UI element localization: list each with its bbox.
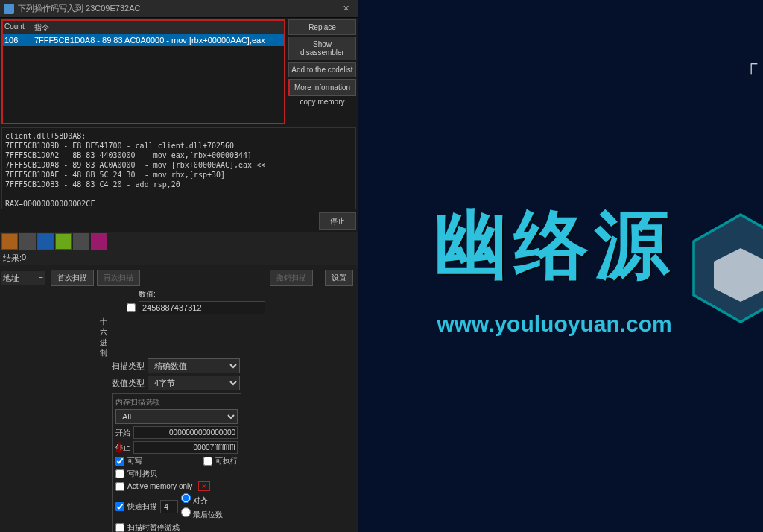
- executable-checkbox[interactable]: [203, 457, 212, 466]
- window-title: 下列操作码写入到 23C09E732AC: [18, 3, 338, 14]
- opcode-instr: 7FFF5CB1D0A8 - 89 83 AC0A0000 - mov [rbx…: [34, 36, 265, 45]
- replace-button[interactable]: Replace: [288, 19, 356, 35]
- app-icon: [4, 4, 14, 14]
- value-type-label: 数值类型: [112, 378, 145, 389]
- add-codelist-button[interactable]: Add to the codelist: [288, 62, 356, 77]
- help-icon[interactable]: [73, 233, 89, 250]
- about-icon[interactable]: [91, 233, 107, 250]
- process-icon[interactable]: [37, 233, 54, 250]
- brand-logo: [674, 201, 763, 335]
- col-instr: 指令: [34, 22, 49, 33]
- cow-label: 写时拷贝: [127, 469, 157, 479]
- fast-scan-value[interactable]: [160, 500, 178, 513]
- corner-bracket: 「: [738, 60, 759, 88]
- value-header-label: 数值:: [139, 289, 353, 300]
- first-scan-button[interactable]: 首次扫描: [51, 270, 94, 286]
- close-icon[interactable]: ✕: [338, 2, 354, 15]
- scan-type-select[interactable]: 精确数值: [148, 358, 240, 373]
- titlebar[interactable]: 下列操作码写入到 23C09E732AC ✕: [0, 0, 358, 18]
- brand-url: www.youluoyuan.com: [437, 311, 672, 337]
- toolbar: [0, 232, 358, 251]
- pause-scan-checkbox[interactable]: [115, 523, 124, 532]
- active-mem-checkbox[interactable]: [115, 482, 124, 491]
- fast-scan-checkbox[interactable]: [115, 502, 124, 511]
- lastbits-radio[interactable]: [181, 507, 191, 517]
- col-count: Count: [4, 22, 34, 33]
- stop-input[interactable]: [133, 441, 238, 454]
- show-disasm-button[interactable]: Show disassembler: [288, 37, 356, 60]
- scan-type-label: 扫描类型: [112, 361, 145, 372]
- start-label: 开始: [115, 428, 130, 438]
- stop-button[interactable]: 停止: [319, 212, 356, 230]
- settings-button[interactable]: 设置: [325, 270, 353, 286]
- next-scan-button[interactable]: 再次扫描: [97, 270, 140, 286]
- cow-checkbox[interactable]: [115, 469, 124, 478]
- brand-name: 幽络源: [434, 196, 675, 297]
- more-info-button[interactable]: More information: [288, 79, 356, 96]
- value-input[interactable]: [139, 301, 265, 314]
- results-count: 0: [22, 253, 26, 264]
- writable-checkbox[interactable]: [115, 457, 124, 466]
- opcode-count: 106: [4, 36, 34, 45]
- active-mem-label: Active memory only: [127, 482, 192, 490]
- opcode-list[interactable]: Count 指令 106 7FFF5CB1D0A8 - 89 83 AC0A00…: [1, 19, 285, 124]
- hex-checkbox[interactable]: [127, 303, 136, 312]
- pause-scan-label: 扫描时暂停游戏: [127, 522, 180, 532]
- opcode-row[interactable]: 106 7FFF5CB1D0A8 - 89 83 AC0A0000 - mov …: [3, 34, 284, 46]
- writable-label: 可写: [127, 456, 142, 466]
- value-type-select[interactable]: 4字节: [148, 376, 240, 390]
- mem-all-select[interactable]: All: [115, 409, 238, 424]
- results-label: 结果:: [3, 253, 22, 264]
- fast-scan-label: 快速扫描: [127, 501, 157, 512]
- list-icon[interactable]: ≡: [39, 273, 43, 284]
- open-icon[interactable]: [1, 233, 18, 250]
- mem-opts-title: 内存扫描选项: [115, 397, 238, 408]
- executable-label: 可执行: [215, 456, 238, 466]
- addr-header[interactable]: 地址: [3, 273, 19, 284]
- active-x-icon[interactable]: ✕: [198, 481, 210, 491]
- copy-memory-label[interactable]: copy memory: [288, 98, 356, 106]
- speed-icon[interactable]: [55, 233, 72, 250]
- start-input[interactable]: [133, 426, 238, 439]
- align-radio[interactable]: [181, 493, 191, 503]
- disassembly-pane[interactable]: client.dll+58D0A8: 7FFF5CB1D09D - E8 BE5…: [1, 127, 356, 209]
- undo-scan-button[interactable]: 撤销扫描: [270, 270, 313, 286]
- save-icon[interactable]: [19, 233, 36, 250]
